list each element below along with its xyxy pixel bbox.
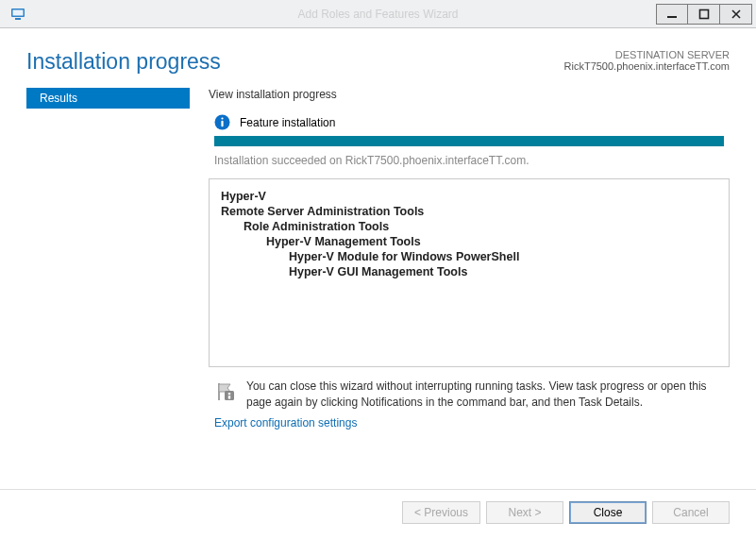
maximize-button[interactable] xyxy=(688,4,720,25)
wizard-header: Installation progress DESTINATION SERVER… xyxy=(0,28,756,88)
feature-item: Role Administration Tools xyxy=(244,219,717,234)
destination-server: RickT7500.phoenix.interfaceTT.com xyxy=(564,60,730,72)
progress-bar-wrap xyxy=(209,130,730,146)
window-controls xyxy=(656,4,752,25)
close-note: You can close this wizard without interr… xyxy=(209,367,730,414)
svg-rect-1 xyxy=(13,9,24,15)
wizard-main: View installation progress Feature insta… xyxy=(209,88,730,489)
export-configuration-link[interactable]: Export configuration settings xyxy=(209,414,730,435)
server-manager-icon xyxy=(9,6,26,23)
next-button: Next > xyxy=(486,501,563,524)
close-note-text: You can close this wizard without interr… xyxy=(246,379,724,411)
sidebar-item-results[interactable]: Results xyxy=(26,88,190,109)
minimize-button[interactable] xyxy=(656,4,688,25)
feature-item: Hyper-V Module for Windows PowerShell xyxy=(289,249,717,264)
wizard-content: Installation progress DESTINATION SERVER… xyxy=(0,28,756,539)
feature-item: Hyper-V Management Tools xyxy=(266,234,717,249)
svg-rect-8 xyxy=(221,117,223,119)
status-message: Installation succeeded on RickT7500.phoe… xyxy=(209,146,730,178)
window-title: Add Roles and Features Wizard xyxy=(0,8,756,21)
sidebar-item-label: Results xyxy=(40,92,77,105)
feature-item: Hyper-V xyxy=(221,189,717,204)
svg-rect-12 xyxy=(228,396,230,398)
status-title: Feature installation xyxy=(240,116,335,129)
info-icon xyxy=(214,114,230,130)
installed-features-box: Hyper-V Remote Server Administration Too… xyxy=(209,178,730,367)
previous-button: < Previous xyxy=(402,501,480,524)
svg-rect-3 xyxy=(667,16,677,18)
flag-icon xyxy=(214,380,237,411)
svg-rect-11 xyxy=(228,393,230,395)
features-list: Hyper-V Remote Server Administration Too… xyxy=(221,189,717,279)
cancel-button: Cancel xyxy=(652,501,730,524)
svg-rect-2 xyxy=(15,18,21,20)
svg-rect-9 xyxy=(221,121,223,126)
page-title: Installation progress xyxy=(26,49,221,75)
titlebar: Add Roles and Features Wizard xyxy=(0,0,756,28)
feature-item: Hyper-V GUI Management Tools xyxy=(289,264,717,279)
view-progress-label: View installation progress xyxy=(209,88,730,101)
progress-bar xyxy=(214,136,724,146)
destination-info: DESTINATION SERVER RickT7500.phoenix.int… xyxy=(564,49,730,75)
wizard-sidebar: Results xyxy=(26,88,190,489)
status-row: Feature installation xyxy=(209,114,730,130)
close-wizard-button[interactable]: Close xyxy=(569,501,647,524)
feature-item: Remote Server Administration Tools xyxy=(221,204,717,219)
destination-label: DESTINATION SERVER xyxy=(564,49,730,60)
svg-rect-4 xyxy=(699,9,708,18)
close-button[interactable] xyxy=(720,4,752,25)
wizard-footer: < Previous Next > Close Cancel xyxy=(0,489,756,539)
